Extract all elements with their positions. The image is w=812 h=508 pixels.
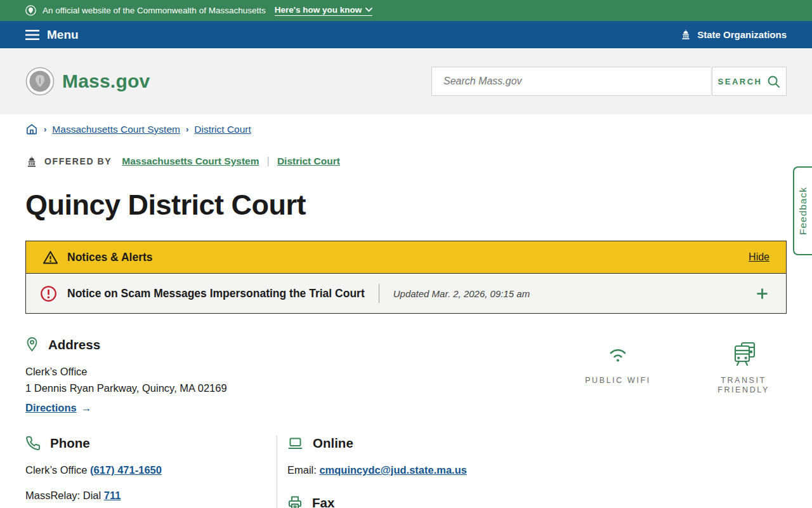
phone-section: Phone Clerk’s Office (617) 471-1650 Mass… <box>25 436 277 508</box>
capitol-icon <box>25 156 38 168</box>
directions-link[interactable]: Directions → <box>25 402 91 414</box>
offered-by-row: OFFERED BY Massachusetts Court System | … <box>25 155 787 168</box>
online-heading-row: Online <box>287 436 467 451</box>
address-section: Address Clerk’s Office 1 Dennis Ryan Par… <box>25 337 787 414</box>
breadcrumb-separator: › <box>44 124 46 134</box>
heres-how-you-know-button[interactable]: Here's how you know <box>275 5 373 16</box>
massgov-seal-icon <box>25 67 55 96</box>
email-label: Email: <box>287 464 319 476</box>
fax-heading: Fax <box>312 495 334 508</box>
phone-line-massrelay: MassRelay: Dial 711 <box>25 490 277 502</box>
menu-label: Menu <box>47 28 79 42</box>
facility-badges: PUBLIC WIFI TRANSITFRIENDLY <box>580 340 782 395</box>
email-line: Email: cmquincydc@jud.state.ma.us <box>287 464 467 476</box>
search-icon <box>767 75 780 88</box>
address-line-office: Clerk’s Office <box>25 363 227 380</box>
notice-updated-timestamp: Updated Mar. 2, 2026, 09:15 am <box>393 288 530 299</box>
clerks-office-phone-link[interactable]: (617) 471-1650 <box>90 464 162 476</box>
state-seal-icon <box>25 5 36 16</box>
plus-icon <box>756 288 768 300</box>
feedback-tab[interactable]: Feedback <box>793 166 812 255</box>
breadcrumb-link-court-system[interactable]: Massachusetts Court System <box>52 124 180 135</box>
phone-icon <box>25 436 41 451</box>
notices-alerts-title: Notices & Alerts <box>67 251 153 264</box>
page-title: Quincy District Court <box>25 189 787 222</box>
fax-heading-row: Fax <box>287 495 467 508</box>
home-icon[interactable] <box>25 123 38 135</box>
breadcrumb-separator: › <box>186 124 188 134</box>
notices-alerts-header: Notices & Alerts Hide <box>26 241 786 273</box>
alert-circle-icon <box>40 285 57 302</box>
heres-how-you-know-label: Here's how you know <box>275 5 362 15</box>
offered-by-links: Massachusetts Court System | District Co… <box>122 155 340 168</box>
menu-button[interactable]: Menu <box>25 28 79 42</box>
public-wifi-badge: PUBLIC WIFI <box>580 340 656 395</box>
breadcrumb-link-district-court[interactable]: District Court <box>194 124 251 135</box>
phone-heading: Phone <box>50 436 90 451</box>
address-block: Address Clerk’s Office 1 Dennis Ryan Par… <box>25 337 227 414</box>
map-pin-icon <box>25 337 39 352</box>
massgov-logo[interactable]: Mass.gov <box>25 67 150 96</box>
address-lines: Clerk’s Office 1 Dennis Ryan Parkway, Qu… <box>25 363 227 396</box>
public-wifi-label: PUBLIC WIFI <box>585 376 651 385</box>
search-button-label: SEARCH <box>718 77 763 86</box>
transit-friendly-label: TRANSITFRIENDLY <box>717 376 769 395</box>
wifi-icon <box>606 340 630 368</box>
official-banner-text: An official website of the Commonwealth … <box>43 6 266 15</box>
notice-row[interactable]: Notice on Scam Messages Impersonating th… <box>26 273 786 313</box>
transit-friendly-badge: TRANSITFRIENDLY <box>705 340 782 395</box>
notice-title: Notice on Scam Messages Impersonating th… <box>67 287 365 300</box>
page-content: › Massachusetts Court System › District … <box>0 123 812 508</box>
offered-by-divider: | <box>266 155 269 168</box>
contact-columns: Phone Clerk’s Office (617) 471-1650 Mass… <box>25 436 787 508</box>
offered-by-link-court-system[interactable]: Massachusetts Court System <box>122 156 259 167</box>
phone-heading-row: Phone <box>25 436 277 451</box>
phone-line-clerks-office: Clerk’s Office (617) 471-1650 <box>25 464 277 476</box>
laptop-icon <box>287 436 303 451</box>
capitol-icon <box>680 29 691 40</box>
online-heading: Online <box>313 436 353 451</box>
hide-alerts-link[interactable]: Hide <box>749 251 769 263</box>
address-heading-row: Address <box>25 337 227 352</box>
massrelay-label: MassRelay: Dial <box>25 490 104 501</box>
breadcrumb: › Massachusetts Court System › District … <box>25 123 787 135</box>
search-form: SEARCH <box>431 67 787 96</box>
address-heading: Address <box>48 337 100 352</box>
notice-divider <box>379 284 379 303</box>
feedback-label: Feedback <box>797 187 809 235</box>
massrelay-711-link[interactable]: 711 <box>104 490 121 501</box>
arrow-right-icon: → <box>81 402 92 414</box>
transit-icon <box>730 340 757 368</box>
hamburger-icon <box>25 30 39 40</box>
warning-triangle-icon <box>43 250 58 265</box>
address-line-street: 1 Dennis Ryan Parkway, Quincy, MA 02169 <box>25 380 227 396</box>
notices-alerts-box: Notices & Alerts Hide Notice on Scam Mes… <box>25 241 787 314</box>
massgov-logo-text: Mass.gov <box>62 70 150 92</box>
offered-by-label-group: OFFERED BY <box>25 156 112 168</box>
email-link[interactable]: cmquincydc@jud.state.ma.us <box>319 464 466 476</box>
state-organizations-button[interactable]: State Organizations <box>680 29 787 40</box>
expand-notice-button[interactable] <box>756 288 768 300</box>
fax-printer-icon <box>287 495 303 508</box>
main-nav: Menu State Organizations <box>0 21 812 48</box>
chevron-down-icon <box>365 8 372 12</box>
offered-by-link-district-court[interactable]: District Court <box>277 156 340 167</box>
site-header: Mass.gov SEARCH <box>0 48 812 114</box>
directions-label: Directions <box>25 402 77 414</box>
search-button[interactable]: SEARCH <box>712 67 787 96</box>
state-organizations-label: State Organizations <box>697 29 787 40</box>
phone-line-label: Clerk’s Office <box>25 464 90 476</box>
offered-by-label: OFFERED BY <box>44 156 112 166</box>
online-section: Online Email: cmquincydc@jud.state.ma.us… <box>277 436 467 508</box>
search-input[interactable] <box>431 67 710 96</box>
official-banner: An official website of the Commonwealth … <box>0 0 812 21</box>
